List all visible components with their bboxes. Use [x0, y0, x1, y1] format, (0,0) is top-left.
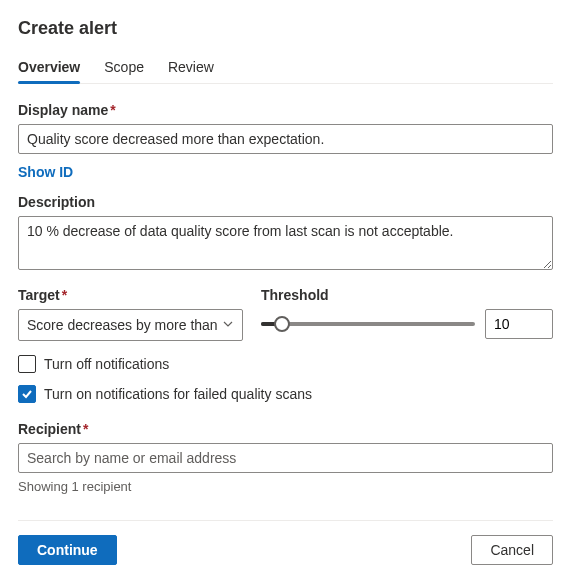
recipient-count: Showing 1 recipient [18, 479, 553, 494]
chevron-down-icon [222, 318, 234, 332]
cancel-button[interactable]: Cancel [471, 535, 553, 565]
tab-overview[interactable]: Overview [18, 53, 80, 83]
page-title: Create alert [18, 18, 553, 39]
target-label: Target* [18, 287, 243, 303]
turn-off-notifications-checkbox[interactable] [18, 355, 36, 373]
turn-on-failed-notifications-checkbox[interactable] [18, 385, 36, 403]
tab-review[interactable]: Review [168, 53, 214, 83]
slider-thumb[interactable] [274, 316, 290, 332]
show-id-link[interactable]: Show ID [18, 164, 73, 180]
continue-button[interactable]: Continue [18, 535, 117, 565]
footer: Continue Cancel [18, 520, 553, 565]
recipient-label: Recipient* [18, 421, 553, 437]
target-select[interactable]: Score decreases by more than [18, 309, 243, 341]
turn-on-failed-notifications-label: Turn on notifications for failed quality… [44, 386, 312, 402]
display-name-label: Display name* [18, 102, 553, 118]
description-label: Description [18, 194, 553, 210]
threshold-input[interactable] [485, 309, 553, 339]
description-input[interactable]: 10 % decrease of data quality score from… [18, 216, 553, 270]
turn-off-notifications-label: Turn off notifications [44, 356, 169, 372]
threshold-label: Threshold [261, 287, 553, 303]
tabs: Overview Scope Review [18, 53, 553, 84]
threshold-slider[interactable] [261, 322, 475, 326]
target-select-value: Score decreases by more than [27, 317, 218, 333]
recipient-input[interactable] [18, 443, 553, 473]
tab-scope[interactable]: Scope [104, 53, 144, 83]
display-name-input[interactable] [18, 124, 553, 154]
